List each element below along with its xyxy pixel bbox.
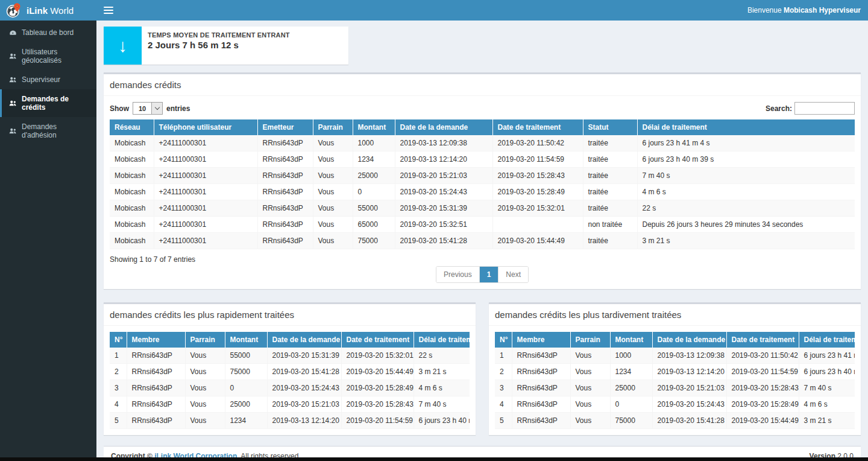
show-label: Show	[110, 104, 129, 113]
globe-pin-logo-icon	[6, 2, 22, 18]
table-cell: 5	[495, 413, 512, 429]
table-cell: 2019-03-20 15:28:49	[726, 396, 799, 413]
column-header[interactable]: Délai de traitement	[637, 119, 855, 135]
table-cell: 2019-03-20 15:28:43	[726, 380, 799, 396]
table-cell: Mobicash	[110, 184, 154, 200]
page-size-select[interactable]: 10	[133, 102, 163, 115]
table-cell: 1	[495, 348, 512, 364]
table-cell: 1000	[353, 135, 395, 151]
table-cell: Vous	[313, 200, 353, 217]
column-header[interactable]: Réseau	[110, 119, 154, 135]
table-cell: 2019-03-20 15:41:28	[267, 364, 341, 380]
sidebar-item-label: Tableau de bord	[22, 28, 74, 37]
table-cell: 1234	[353, 151, 395, 168]
page-size-value: 10	[133, 103, 151, 114]
select-chevron-icon	[151, 103, 162, 114]
table-row: 5RRnsi643dPVous750002019-03-20 15:41:282…	[495, 413, 855, 429]
table-cell: 2	[110, 364, 127, 380]
table-cell: Vous	[313, 168, 353, 184]
table-cell: 1234	[610, 364, 652, 380]
table-cell: +24111000301	[154, 200, 257, 217]
table-cell: 5	[110, 413, 127, 429]
table-cell: 3 m 21 s	[414, 364, 470, 380]
next-page-button[interactable]: Next	[498, 267, 528, 282]
table-cell: RRnsi643dP	[257, 233, 313, 249]
page-1-button[interactable]: 1	[480, 267, 499, 282]
sidebar-item-demandes-d-adh-sion[interactable]: Demandes d'adhésion	[0, 117, 96, 145]
previous-page-button[interactable]: Previous	[436, 267, 480, 282]
table-row: 3RRnsi643dPVous02019-03-20 15:24:432019-…	[110, 380, 470, 396]
table-row: 1RRnsi643dPVous10002019-03-13 12:09:3820…	[495, 348, 855, 364]
infobox-label: TEMPS MOYEN DE TRAITEMENT ENTRANT	[148, 31, 290, 39]
table-cell: Vous	[313, 184, 353, 200]
table-row: Mobicash+24111000301RRnsi643dPVous123420…	[110, 151, 855, 168]
table-cell: RRnsi643dP	[257, 135, 313, 151]
column-header: Parrain	[185, 332, 225, 348]
table-cell: 65000	[353, 217, 395, 233]
table-cell: 25000	[225, 396, 267, 413]
fastest-processed-table: N°MembreParrainMontantDate de la demande…	[110, 332, 470, 429]
table-row: Mobicash+24111000301RRnsi643dPVous750002…	[110, 233, 855, 249]
tachometer-icon	[9, 29, 17, 37]
table-cell: 4 m 6 s	[799, 396, 855, 413]
table-cell: 2019-03-20 15:24:43	[267, 380, 341, 396]
table-cell: Mobicash	[110, 135, 154, 151]
column-header[interactable]: Emetteur	[257, 119, 313, 135]
table-cell: RRnsi643dP	[127, 364, 185, 380]
brand[interactable]: iLink World	[0, 0, 96, 21]
column-header[interactable]: Date de traitement	[492, 119, 583, 135]
bottom-row: demandes crédits les plus rapidement tra…	[104, 302, 861, 435]
sidebar-item-utilisateurs-g-olocalis-s[interactable]: Utilisateurs géolocalisés	[0, 42, 96, 70]
table-cell: 2019-03-13 12:09:38	[395, 135, 492, 151]
hamburger-icon[interactable]	[104, 7, 113, 14]
table-cell: 2019-03-20 15:28:49	[341, 380, 414, 396]
table-cell: RRnsi643dP	[512, 413, 570, 429]
table-cell: 2019-03-20 11:54:59	[726, 364, 799, 380]
table-cell: 2019-03-20 15:28:43	[492, 168, 583, 184]
table-cell: 0	[353, 184, 395, 200]
down-arrow-icon: ↓	[104, 27, 142, 65]
table-cell: +24111000301	[154, 217, 257, 233]
column-header[interactable]: Parrain	[313, 119, 353, 135]
table-cell: Vous	[313, 151, 353, 168]
sidebar-item-tableau-de-bord[interactable]: Tableau de bord	[0, 23, 96, 42]
table-cell: Depuis 26 jours 3 heures 29 minutes 34 s…	[637, 217, 855, 233]
table-cell: RRnsi643dP	[512, 364, 570, 380]
sidebar-item-label: Superviseur	[22, 75, 60, 84]
table-cell: Mobicash	[110, 168, 154, 184]
column-header[interactable]: Statut	[583, 119, 637, 135]
table-cell: 0	[610, 396, 652, 413]
search-input[interactable]	[794, 102, 855, 115]
table-cell: Mobicash	[110, 200, 154, 217]
column-header: N°	[495, 332, 512, 348]
table-cell: RRnsi643dP	[127, 413, 185, 429]
table-cell: Vous	[570, 348, 610, 364]
table-cell: 2019-03-20 15:41:28	[652, 413, 726, 429]
column-header[interactable]: Date de la demande	[395, 119, 492, 135]
sidebar-item-demandes-de-cr-dits[interactable]: Demandes de crédits	[0, 89, 96, 117]
column-header: Délai de traitement	[799, 332, 855, 348]
table-cell: 1000	[610, 348, 652, 364]
table-cell: 2019-03-20 15:32:51	[395, 217, 492, 233]
table-row: 4RRnsi643dPVous02019-03-20 15:24:432019-…	[495, 396, 855, 413]
column-header[interactable]: Téléphone utilisateur	[154, 119, 257, 135]
table-cell: +24111000301	[154, 184, 257, 200]
users-icon	[9, 76, 17, 84]
column-header: Montant	[610, 332, 652, 348]
table-cell: 2019-03-20 15:21:03	[267, 396, 341, 413]
column-header[interactable]: Montant	[353, 119, 395, 135]
sidebar-menu: Tableau de bordUtilisateurs géolocalisés…	[0, 21, 96, 145]
table-row: Mobicash+24111000301RRnsi643dPVous250002…	[110, 168, 855, 184]
table-cell: Vous	[570, 380, 610, 396]
table-cell: Vous	[185, 364, 225, 380]
table-cell: 7 m 40 s	[637, 168, 855, 184]
sidebar-item-superviseur[interactable]: Superviseur	[0, 70, 96, 89]
table-header-row: RéseauTéléphone utilisateurEmetteurParra…	[110, 119, 855, 135]
table-cell: RRnsi643dP	[127, 380, 185, 396]
table-cell: 25000	[353, 168, 395, 184]
table-cell: 2019-03-20 15:44:49	[726, 413, 799, 429]
table-cell: 2019-03-20 15:21:03	[652, 380, 726, 396]
table-cell: 3 m 21 s	[637, 233, 855, 249]
pagination: Previous 1 Next	[110, 266, 855, 283]
table-cell: 2019-03-20 15:21:03	[395, 168, 492, 184]
